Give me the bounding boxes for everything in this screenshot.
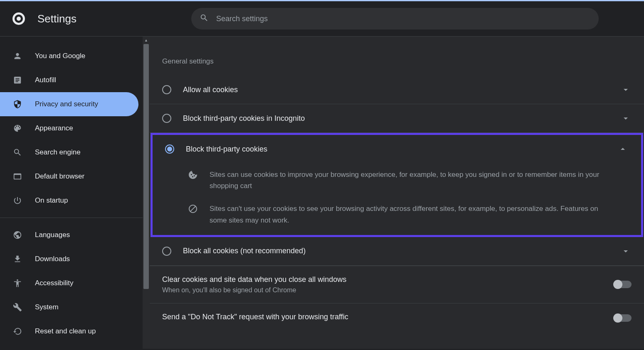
- detail-text: Sites can use cookies to improve your br…: [210, 169, 629, 191]
- browser-icon: [12, 171, 22, 181]
- wrench-icon: [12, 302, 22, 312]
- reset-icon: [12, 326, 22, 336]
- chevron-down-icon[interactable]: [620, 85, 632, 95]
- radio-icon-selected: [165, 144, 174, 154]
- scrollbar-thumb[interactable]: [143, 44, 149, 289]
- sidebar-item-label: Default browser: [35, 172, 84, 181]
- sidebar-item-downloads[interactable]: Downloads: [0, 247, 143, 271]
- sidebar-item-label: Reset and clean up: [35, 327, 96, 335]
- search-icon: [200, 13, 209, 24]
- sidebar-item-languages[interactable]: Languages: [0, 223, 143, 247]
- toggle-title: Send a "Do Not Track" request with your …: [162, 313, 606, 321]
- sidebar-item-search-engine[interactable]: Search engine: [0, 140, 143, 164]
- radio-icon: [162, 85, 171, 94]
- globe-icon: [12, 230, 22, 240]
- accessibility-icon: [12, 278, 22, 288]
- sidebar-item-label: Languages: [35, 231, 70, 239]
- toggle-clear-cookies[interactable]: Clear cookies and site data when you clo…: [150, 266, 644, 303]
- scroll-up-icon[interactable]: ▲: [144, 38, 148, 42]
- sidebar-item-reset[interactable]: Reset and clean up: [0, 319, 143, 343]
- radio-label: Allow all cookies: [183, 86, 608, 94]
- radio-label: Block third-party cookies: [186, 145, 605, 154]
- power-icon: [12, 196, 22, 206]
- sidebar-item-label: Downloads: [35, 255, 70, 263]
- sidebar-item-on-startup[interactable]: On startup: [0, 188, 143, 213]
- detail-text: Sites can't use your cookies to see your…: [210, 203, 629, 225]
- search-icon: [12, 147, 22, 157]
- radio-block-all-cookies[interactable]: Block all cookies (not recommended): [150, 237, 644, 266]
- sidebar-divider: [0, 218, 143, 218]
- header: Settings: [0, 1, 644, 37]
- sidebar-item-accessibility[interactable]: Accessibility: [0, 271, 143, 295]
- chevron-up-icon[interactable]: [617, 144, 629, 154]
- sidebar-item-default-browser[interactable]: Default browser: [0, 164, 143, 188]
- scrollbar[interactable]: ▲: [143, 37, 150, 349]
- sidebar-item-label: Search engine: [35, 148, 81, 157]
- person-icon: [12, 51, 22, 61]
- cookie-icon: [188, 170, 198, 181]
- toggle-switch[interactable]: [614, 281, 632, 288]
- sidebar-item-system[interactable]: System: [0, 295, 143, 319]
- sidebar-item-label: Privacy and security: [35, 100, 98, 108]
- sidebar-item-appearance[interactable]: Appearance: [0, 116, 143, 140]
- detail-row: Sites can use cookies to improve your br…: [153, 163, 641, 197]
- radio-label: Block third-party cookies in Incognito: [183, 114, 608, 123]
- sidebar-item-you-and-google[interactable]: You and Google: [0, 44, 143, 68]
- section-title: General settings: [150, 57, 644, 76]
- sidebar: ▲ You and Google Autofill Privacy and se…: [0, 37, 150, 349]
- toggle-do-not-track[interactable]: Send a "Do Not Track" request with your …: [150, 303, 644, 333]
- shield-icon: [12, 99, 22, 109]
- radio-label: Block all cookies (not recommended): [183, 247, 608, 255]
- toggle-switch[interactable]: [614, 314, 632, 322]
- toggle-title: Clear cookies and site data when you clo…: [162, 275, 606, 284]
- block-icon: [188, 204, 198, 215]
- radio-icon: [162, 247, 171, 256]
- sidebar-item-label: Accessibility: [35, 279, 74, 287]
- sidebar-item-privacy-security[interactable]: Privacy and security: [0, 92, 138, 116]
- content: General settings Allow all cookies Block…: [150, 37, 644, 349]
- radio-allow-all-cookies[interactable]: Allow all cookies: [150, 76, 644, 104]
- download-icon: [12, 254, 22, 264]
- sidebar-item-label: You and Google: [35, 52, 85, 60]
- detail-row: Sites can't use your cookies to see your…: [153, 197, 641, 235]
- svg-point-1: [17, 17, 21, 21]
- sidebar-item-label: On startup: [35, 196, 68, 205]
- highlighted-selection: Block third-party cookies Sites can use …: [151, 133, 643, 237]
- chevron-down-icon[interactable]: [620, 113, 632, 123]
- search-input[interactable]: [216, 15, 590, 23]
- chevron-down-icon[interactable]: [620, 246, 632, 256]
- page-title: Settings: [37, 12, 179, 25]
- toggle-subtitle: When on, you'll also be signed out of Ch…: [162, 286, 606, 294]
- search-container[interactable]: [191, 8, 599, 29]
- radio-block-third-party-incognito[interactable]: Block third-party cookies in Incognito: [150, 104, 644, 133]
- sidebar-item-autofill[interactable]: Autofill: [0, 68, 143, 92]
- autofill-icon: [12, 75, 22, 85]
- palette-icon: [12, 123, 22, 133]
- sidebar-item-label: Appearance: [35, 124, 73, 132]
- radio-icon: [162, 114, 171, 123]
- sidebar-item-label: Autofill: [35, 76, 56, 84]
- radio-block-third-party[interactable]: Block third-party cookies: [153, 135, 641, 163]
- sidebar-item-label: System: [35, 303, 59, 311]
- chrome-logo-icon: [12, 12, 25, 25]
